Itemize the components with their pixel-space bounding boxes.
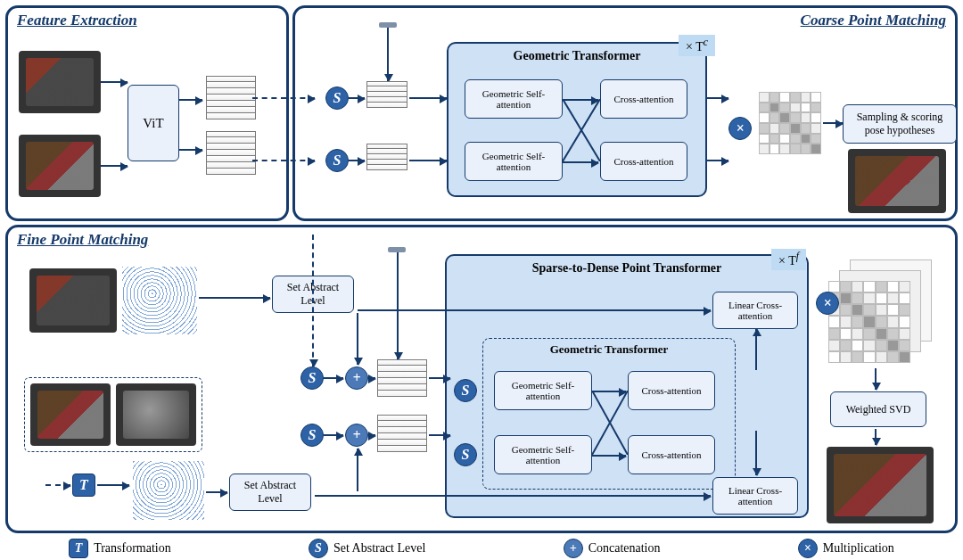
stack-to-gt-bot xyxy=(409,160,447,161)
vit-block: ViT xyxy=(128,85,179,161)
s-fine-bot: S xyxy=(300,424,324,447)
stack-to-s2d-bot xyxy=(429,434,450,436)
coarse-stack-top xyxy=(366,81,407,108)
stack-to-gt-top xyxy=(409,97,447,99)
gt-bot-to-cross xyxy=(563,161,598,163)
fine-result-image xyxy=(827,447,934,523)
grid-stack xyxy=(828,259,935,366)
s2d-transformer: Sparse-to-Dense Point Transformer Geomet… xyxy=(445,254,809,518)
gt-cross-bot: Cross-attention xyxy=(600,142,687,181)
s-to-plus-top xyxy=(324,377,343,379)
dash-drop-top xyxy=(312,235,314,366)
arrow-ref-to-vit xyxy=(101,81,128,83)
fine-scene-image xyxy=(30,383,111,446)
sal-to-plus-top xyxy=(357,313,358,365)
arrow-scene-to-vit xyxy=(101,165,128,167)
grid-to-svd xyxy=(875,368,877,390)
fine-depth-image xyxy=(116,383,196,446)
legend-times: × Multiplication xyxy=(798,539,894,558)
repeat-coarse: × Tc xyxy=(679,35,715,56)
s-badge-coarse-bot: S xyxy=(325,149,349,172)
legend-plus-label: Concatenation xyxy=(588,541,661,556)
plus-to-stack-top xyxy=(368,377,375,379)
panel-feature-extraction: Feature Extraction ViT xyxy=(5,5,289,221)
s2d-title: Sparse-to-Dense Point Transformer xyxy=(447,261,807,276)
s2d-s-top: S xyxy=(454,379,477,402)
gt-out-to-linear-bot xyxy=(755,431,757,475)
linear-cross-top: Linear Cross-attention xyxy=(712,292,798,329)
s-badge-coarse-top: S xyxy=(325,86,349,110)
s-to-stack-bot xyxy=(349,160,365,161)
feature-stack-bot xyxy=(206,131,256,175)
legend-s-label: Set Abstract Level xyxy=(333,541,425,556)
legend-plus-badge: + xyxy=(564,539,583,558)
gt-selfattn-bot: Geometric Self-attention xyxy=(465,142,563,181)
arrow-vit-out-top xyxy=(179,99,202,101)
title-coarse: Coarse Point Matching xyxy=(801,12,946,29)
sal-bot-to-linear xyxy=(315,495,711,497)
ref-image xyxy=(19,51,101,113)
ref-pcd-to-sal xyxy=(199,297,270,299)
coarse-result-image xyxy=(848,149,946,213)
legend-bar: T Transformation S Set Abstract Level + … xyxy=(0,539,963,558)
repeat-fine: × Tf xyxy=(771,249,806,270)
gt-cross-lines-icon xyxy=(563,99,600,161)
fine-scene-pcd xyxy=(133,461,204,520)
s-fine-top: S xyxy=(300,366,324,390)
s2d-s-bot: S xyxy=(454,443,477,466)
fine-ref-image xyxy=(29,268,117,333)
repeat-fine-text: × T xyxy=(778,254,796,268)
svd-to-img xyxy=(875,429,877,445)
legend-t-badge: T xyxy=(69,539,88,558)
t-to-pcd xyxy=(97,484,129,486)
legend-times-label: Multiplication xyxy=(823,541,894,556)
gt-selfattn-top: Geometric Self-attention xyxy=(465,79,563,119)
linear-cross-bot: Linear Cross-attention xyxy=(712,477,798,515)
similarity-grid-coarse xyxy=(759,92,821,154)
gt2-cross-bot: Cross-attention xyxy=(628,435,715,474)
gt-inner: Geometric Transformer Geometric Self-att… xyxy=(482,338,736,490)
legend-s: S Set Abstract Level xyxy=(309,539,425,558)
gt2-s2c-bot xyxy=(592,455,626,457)
legend-plus: + Concatenation xyxy=(564,539,661,558)
times-fine: × xyxy=(816,292,839,315)
gt2-self-top: Geometric Self-attention xyxy=(494,371,592,410)
coarse-stack-bot xyxy=(366,144,407,170)
t-badge-fine: T xyxy=(72,474,95,497)
gt-inner-title: Geometric Transformer xyxy=(483,342,735,357)
legend-t-label: Transformation xyxy=(94,541,171,556)
arrow-vit-out-bot xyxy=(179,149,202,151)
gt-out-top xyxy=(707,97,728,99)
legend-s-badge: S xyxy=(309,539,328,558)
plus-to-stack-bot xyxy=(368,434,375,436)
gt-out-bot xyxy=(707,160,728,161)
plus-fine-bot: + xyxy=(345,424,368,447)
scene-image xyxy=(19,135,101,197)
similarity-grid-fine xyxy=(828,281,910,363)
dash-in-top xyxy=(252,97,315,99)
panel-coarse: Coarse Point Matching S S Geometric Tran… xyxy=(292,5,958,221)
panel-fine: Fine Point Matching T Set Abstract Level… xyxy=(5,225,958,533)
gt-cross-top: Cross-attention xyxy=(600,79,687,119)
s-to-plus-bot xyxy=(324,434,343,436)
fine-ref-pcd xyxy=(122,267,197,334)
bg-fine-down xyxy=(397,252,399,359)
fine-stack-bot xyxy=(377,415,427,452)
feature-stack-top xyxy=(206,76,256,119)
gt2-cross-lines-icon xyxy=(592,391,628,455)
plus-fine-top: + xyxy=(345,366,368,390)
repeat-fine-sup: f xyxy=(796,251,799,262)
dash-in-bot xyxy=(252,160,315,161)
dash-to-t xyxy=(45,484,70,486)
scene-pcd-to-sal xyxy=(206,491,227,493)
gt-title: Geometric Transformer xyxy=(449,49,705,63)
title-feature-extraction: Feature Extraction xyxy=(17,12,137,29)
geo-transformer-coarse: Geometric Transformer Geometric Self-att… xyxy=(447,42,707,197)
grid-to-sampling xyxy=(823,122,843,124)
gt-out-to-linear-top xyxy=(755,329,757,370)
gt2-self-bot: Geometric Self-attention xyxy=(494,435,592,474)
gt2-cross-top: Cross-attention xyxy=(628,371,715,410)
sal-top-to-linear xyxy=(358,309,711,311)
sal-to-plus-bot xyxy=(357,449,358,491)
title-fine: Fine Point Matching xyxy=(17,231,148,249)
